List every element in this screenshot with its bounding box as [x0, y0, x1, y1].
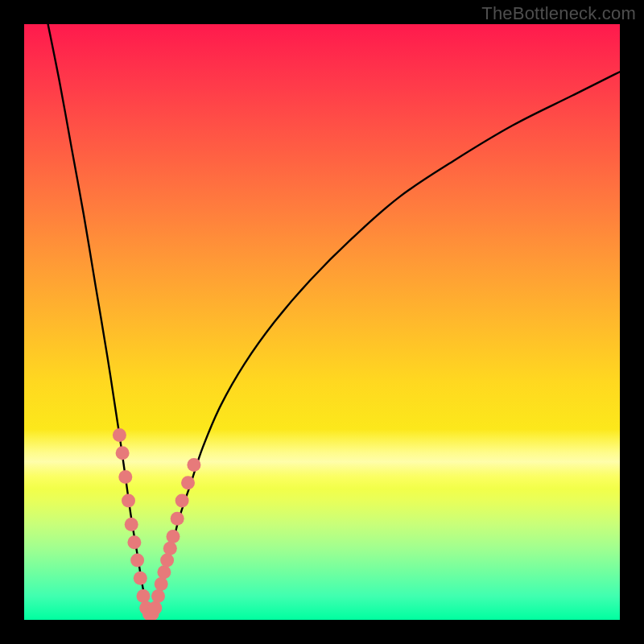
marker-dot: [175, 494, 189, 508]
marker-dot: [157, 565, 171, 579]
marker-dot: [171, 512, 184, 526]
watermark-text: TheBottleneck.com: [481, 3, 636, 24]
marker-dot: [125, 518, 138, 531]
marker-dot: [163, 542, 177, 555]
chart-svg: [24, 24, 620, 620]
marker-dot: [151, 589, 165, 603]
marker-dot: [181, 476, 195, 489]
marker-dot: [116, 446, 130, 460]
marker-dot: [122, 494, 135, 508]
marker-dot: [134, 572, 147, 585]
marker-dot: [167, 530, 180, 543]
marker-dot: [113, 428, 126, 442]
marker-dot: [160, 554, 174, 568]
marker-dot: [148, 601, 162, 615]
marker-dot: [137, 589, 151, 603]
highlighted-points-group: [113, 428, 201, 620]
marker-dot: [127, 535, 141, 549]
marker-dot: [187, 458, 200, 472]
plot-area: [24, 24, 620, 620]
marker-dot: [130, 554, 144, 568]
chart-frame: TheBottleneck.com: [0, 0, 644, 644]
marker-dot: [118, 470, 132, 484]
marker-dot: [155, 577, 168, 591]
